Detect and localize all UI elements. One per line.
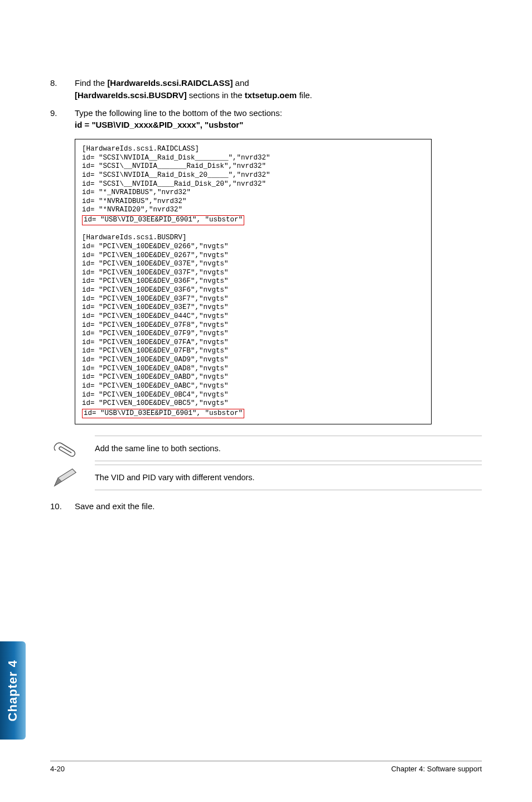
note-row: Add the same line to both sections.	[50, 436, 482, 461]
text: Find the	[75, 78, 107, 88]
code-highlight: id= "USB\VID_03EE&PID_6901", "usbstor"	[82, 215, 244, 225]
notes-area: Add the same line to both sections. The …	[50, 436, 482, 490]
page-number: 4-20	[50, 765, 65, 773]
step-number: 8.	[50, 77, 75, 102]
note-text: The VID and PID vary with different vend…	[95, 465, 482, 490]
note-row: The VID and PID vary with different vend…	[50, 465, 482, 490]
step-body: Type the following line to the bottom of…	[75, 107, 482, 132]
step-body: Find the [HardwareIds.scsi.RAIDCLASS] an…	[75, 77, 482, 102]
text: and	[233, 78, 249, 88]
step-10: 10. Save and exit the file.	[50, 500, 482, 513]
note-text: Add the same line to both sections.	[95, 436, 482, 461]
code-lines: [HardwareIds.scsi.BUSDRV] id= "PCI\VEN_1…	[82, 234, 229, 407]
paperclip-icon	[50, 436, 80, 461]
code-lines: [HardwareIds.scsi.RAIDCLASS] id= "SCSI\N…	[82, 145, 270, 214]
bold-text: id = "USB\VID_xxxx&PID_xxxx", "usbstor"	[75, 120, 243, 129]
code-highlight: id= "USB\VID_03EE&PID_6901", "usbstor"	[82, 409, 244, 419]
chapter-tab-label: Chapter 4	[6, 660, 20, 721]
code-block: [HardwareIds.scsi.RAIDCLASS] id= "SCSI\N…	[75, 139, 432, 424]
bold-text: [HardwareIds.scsi.BUSDRV]	[75, 90, 187, 100]
step-9: 9. Type the following line to the bottom…	[50, 107, 482, 132]
step-number: 9.	[50, 107, 75, 132]
step-body: Save and exit the file.	[75, 500, 482, 513]
pencil-icon	[50, 465, 80, 490]
bold-text: [HardwareIds.scsi.RAIDCLASS]	[107, 78, 233, 88]
step-8: 8. Find the [HardwareIds.scsi.RAIDCLASS]…	[50, 77, 482, 102]
bold-text: txtsetup.oem	[245, 90, 297, 100]
page-footer: 4-20 Chapter 4: Software support	[50, 761, 482, 773]
text: sections in the	[187, 90, 245, 100]
footer-chapter-title: Chapter 4: Software support	[391, 765, 482, 773]
text: file.	[297, 90, 312, 100]
chapter-tab: Chapter 4	[0, 641, 26, 740]
text: Type the following line to the bottom of…	[75, 108, 282, 118]
step-number: 10.	[50, 500, 75, 513]
